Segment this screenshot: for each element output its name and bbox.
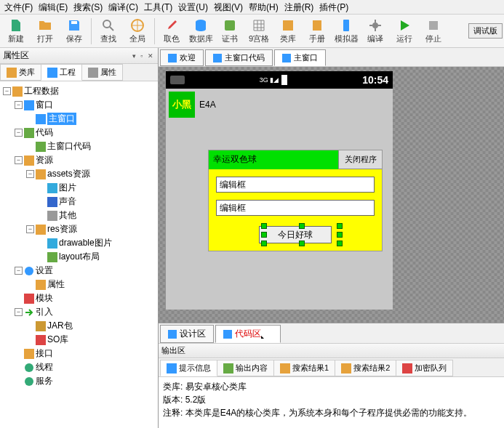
panel-controls[interactable]: ▾ ▫ ✕ [132, 52, 155, 60]
phone-statusbar: 3G ▮◢ 10:54 [166, 71, 393, 89]
toolbar-lib-button[interactable]: 类库 [273, 16, 303, 47]
tree-props[interactable]: 属性 [26, 278, 155, 291]
tree-window[interactable]: −窗口 [15, 98, 155, 112]
keyboard-icon [170, 76, 185, 84]
toolbar-db-button[interactable]: 数据库 [186, 16, 215, 47]
resize-handle[interactable] [261, 241, 267, 246]
toolbar-dropper-button[interactable]: 取色 [157, 16, 186, 47]
menu-item[interactable]: 插件(P) [318, 1, 350, 12]
toolbar-play-button[interactable]: 运行 [390, 16, 419, 47]
resize-handle[interactable] [337, 232, 343, 238]
tree-other[interactable]: 其他 [38, 209, 155, 222]
close-button[interactable]: 关闭程序 [338, 150, 382, 169]
design-tab[interactable]: 代码区 [215, 325, 281, 343]
tree-main-code[interactable]: 主窗口代码 [26, 140, 155, 153]
toolbar-cert-button[interactable]: 证书 [215, 16, 244, 47]
svg-rect-39 [223, 330, 232, 339]
svg-rect-33 [168, 54, 177, 62]
svg-rect-0 [71, 21, 77, 24]
resize-handle[interactable] [299, 241, 305, 246]
svg-rect-21 [47, 211, 57, 221]
tree-assets[interactable]: −assets资源 [26, 167, 155, 181]
resize-handle[interactable] [337, 223, 343, 229]
tree-layout[interactable]: layout布局 [38, 250, 155, 264]
toolbar-gear-button[interactable]: 编译 [361, 16, 390, 47]
svg-rect-41 [223, 363, 233, 374]
action-button[interactable]: 今日好球 [259, 226, 332, 243]
designer-canvas[interactable]: 3G ▮◢ 10:54 小黑 E4A 幸运双色球 关闭程序 编辑框 [159, 67, 504, 323]
document-tabs: 欢迎主窗口代码主窗口 [159, 48, 504, 67]
tree-main-window[interactable]: 主窗口 [26, 112, 155, 126]
toolbar-save-button[interactable]: 保存 [60, 16, 89, 47]
menu-bar: 文件(F)编辑(E)搜索(S)编译(C)工具(T)设置(U)视图(V)帮助(H)… [0, 0, 504, 15]
resize-handle[interactable] [299, 223, 305, 229]
svg-rect-38 [168, 330, 177, 339]
menu-item[interactable]: 注册(R) [283, 1, 316, 12]
tree-res[interactable]: −资源 [15, 153, 155, 167]
menu-item[interactable]: 编译(C) [107, 1, 140, 12]
left-tab[interactable]: 属性 [81, 64, 123, 81]
app-body[interactable]: 幸运双色球 关闭程序 编辑框 编辑框 今日好球 [166, 121, 393, 310]
output-title: 输出区 [159, 344, 504, 358]
toolbar-folder-button[interactable]: 打开 [31, 16, 60, 47]
output-area: 输出区 提示信息输出内容搜索结果1搜索结果2加密队列 类库: 易安卓核心类库 版… [159, 344, 504, 428]
design-tab[interactable]: 设计区 [160, 325, 214, 343]
tree-drawable[interactable]: drawable图片 [38, 236, 155, 250]
resize-handle[interactable] [337, 241, 343, 246]
tree-import[interactable]: −引入 [15, 305, 155, 319]
output-tab[interactable]: 加密队列 [396, 360, 453, 376]
toolbar-globe-button[interactable]: 全局 [123, 16, 152, 47]
output-body[interactable]: 类库: 易安卓核心类库 版本: 5.2版 注释: 本类库是E4A的核心类库，为系… [159, 377, 504, 428]
resize-handle[interactable] [261, 223, 267, 229]
edit-field-2[interactable]: 编辑框 [216, 200, 375, 216]
output-tab[interactable]: 输出内容 [217, 360, 274, 376]
output-tab[interactable]: 搜索结果2 [335, 360, 396, 376]
svg-rect-36 [170, 76, 185, 84]
svg-rect-8 [429, 21, 438, 30]
tree-root[interactable]: −工程数据 [3, 84, 155, 98]
svg-rect-37 [281, 75, 287, 85]
tree-settings[interactable]: −设置 [15, 264, 155, 278]
output-tab[interactable]: 提示信息 [160, 360, 217, 376]
toolbar-search-button[interactable]: 查找 [94, 16, 123, 47]
tree-so[interactable]: SO库 [26, 333, 155, 347]
menu-item[interactable]: 工具(T) [143, 1, 174, 12]
tree-jar[interactable]: JAR包 [26, 319, 155, 333]
menu-item[interactable]: 视图(V) [212, 1, 244, 12]
svg-point-1 [103, 20, 111, 28]
tree-service[interactable]: 服务 [15, 374, 155, 388]
edit-field-1[interactable]: 编辑框 [216, 177, 375, 193]
output-tab[interactable]: 搜索结果1 [273, 360, 335, 376]
tree-module[interactable]: 模块 [15, 291, 155, 305]
toolbar-file-button[interactable]: 新建 [1, 16, 31, 47]
resize-handle[interactable] [261, 232, 267, 238]
menu-item[interactable]: 文件(F) [3, 1, 34, 12]
tree-iface[interactable]: 接口 [15, 347, 155, 360]
menu-item[interactable]: 编辑(E) [37, 1, 69, 12]
toolbar-book-button[interactable]: 手册 [303, 16, 332, 47]
tree-res2[interactable]: −res资源 [26, 222, 155, 236]
project-tree[interactable]: −工程数据 −窗口 主窗口 −代码 主窗口代码 −资源 −assets资源 图片… [0, 81, 158, 428]
menu-item[interactable]: 帮助(H) [247, 1, 280, 12]
svg-rect-14 [36, 114, 46, 124]
menu-item[interactable]: 设置(U) [177, 1, 209, 12]
doc-tab[interactable]: 欢迎 [160, 49, 204, 66]
app-title: E4A [199, 100, 216, 110]
panel-title-text: 属性区 [3, 49, 29, 62]
svg-rect-10 [47, 68, 57, 78]
app-icon: 小黑 [169, 92, 195, 118]
tree-pic[interactable]: 图片 [38, 181, 155, 195]
menu-item[interactable]: 搜索(S) [72, 1, 104, 12]
toolbar-phone-button[interactable]: 模拟器 [332, 16, 361, 47]
left-panel-title: 属性区 ▾ ▫ ✕ [0, 48, 158, 64]
lottery-panel[interactable]: 幸运双色球 关闭程序 编辑框 编辑框 今日好球 [208, 150, 383, 251]
left-tab[interactable]: 类库 [0, 64, 41, 81]
tree-thread[interactable]: 线程 [15, 360, 155, 374]
tree-code[interactable]: −代码 [15, 126, 155, 140]
doc-tab[interactable]: 主窗口 [274, 49, 326, 66]
toolbar-stop-button[interactable]: 停止 [419, 16, 448, 47]
tree-sound[interactable]: 声音 [38, 195, 155, 209]
toolbar-grid-button[interactable]: 9宫格 [244, 16, 273, 47]
doc-tab[interactable]: 主窗口代码 [205, 49, 273, 66]
left-tab[interactable]: 工程 [41, 64, 82, 81]
